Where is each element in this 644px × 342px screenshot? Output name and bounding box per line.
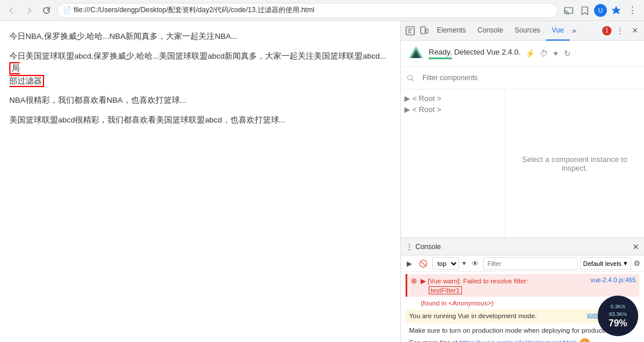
vue-logo xyxy=(408,45,424,62)
console-toolbar: ▶ 🚫 top ▼ 👁 Default levels ▼ ⚙ xyxy=(401,255,644,272)
filter-components-input[interactable] xyxy=(418,70,638,85)
vue-refresh-icon[interactable]: ↻ xyxy=(564,49,571,58)
error-text-line1: ▶ [Vue warn]: Failed to resolve filter: xyxy=(421,276,587,286)
url-text: file:///C:/Users/dengp/Desktop/配套资料/day2… xyxy=(74,5,314,15)
console-warning-subtext2: See more tips at https://vuejs.org/guide… xyxy=(406,337,639,342)
error-content: ▶ [Vue warn]: Failed to resolve filter: … xyxy=(421,276,587,294)
vue-devtools: Ready. Detected Vue 2.4.0. ⚡ ⏱ ✦ ↻ xyxy=(401,41,644,237)
console-gear-btn[interactable]: ⚙ xyxy=(634,259,641,268)
highlight-box: 局部过滤器 xyxy=(9,62,44,87)
main-area: 今日NBA,保罗换威少,哈哈...NBA新闻真多，大家一起关注NBA... 今日… xyxy=(0,21,644,342)
download-speed: 0.3K/s xyxy=(609,303,627,311)
tab-elements[interactable]: Elements xyxy=(431,21,472,41)
tab-console[interactable]: Console xyxy=(472,21,509,41)
svg-point-7 xyxy=(408,75,413,80)
svg-rect-3 xyxy=(421,27,425,34)
devtools-device-icon[interactable] xyxy=(417,24,431,38)
warning-content: You are running Vue in development mode. xyxy=(409,311,584,321)
console-default-levels[interactable]: Default levels ▼ xyxy=(580,257,631,270)
devtools-panel: Elements Console Sources Vue » 1 ⋮ ✕ xyxy=(400,21,644,342)
devtools-right-icons: 1 ⋮ ✕ xyxy=(602,24,642,38)
url-bar[interactable]: 📄 file:///C:/Users/dengp/Desktop/配套资料/da… xyxy=(57,3,558,18)
default-levels-label: Default levels xyxy=(583,260,621,267)
console-close-btn[interactable]: ✕ xyxy=(632,242,639,251)
vue-ready-container: Ready. Detected Vue 2.4.0. xyxy=(429,48,520,59)
vue-history-icon[interactable]: ⏱ xyxy=(540,49,548,58)
upload-speed: 83.3K/s xyxy=(609,311,627,318)
vue-header-icons: ⚡ ⏱ ✦ ↻ xyxy=(525,49,571,58)
console-header: ⋮ Console ✕ xyxy=(401,238,644,255)
cast-button[interactable] xyxy=(562,3,576,17)
paragraph-3: NBA很精彩，我们都喜欢看NBA，也喜欢打篮球... xyxy=(9,94,391,107)
vue-person-icon[interactable]: ⚡ xyxy=(525,49,535,58)
console-title: Console xyxy=(415,243,630,251)
tab-sources[interactable]: Sources xyxy=(509,21,546,41)
vue-detail-panel: Select a component instance to inspect. xyxy=(505,89,644,237)
back-button[interactable] xyxy=(5,3,19,17)
network-indicator: 0.3K/s 83.3K/s 79% xyxy=(598,296,638,336)
console-eye-btn[interactable]: 👁 xyxy=(469,258,481,269)
vue-tree-item-2[interactable]: ▶ < Root > xyxy=(404,104,501,115)
select-hint-text: Select a component instance to inspect. xyxy=(522,155,627,172)
error-link[interactable]: vue-2.4.0.js:465 xyxy=(591,276,636,283)
tab-more[interactable]: » xyxy=(570,21,578,41)
devtools-inspect-icon[interactable] xyxy=(403,24,417,38)
warning-icon: ⚠ xyxy=(580,338,590,342)
tab-vue[interactable]: Vue xyxy=(546,21,570,41)
console-error-entry: ⊗ ▶ [Vue warn]: Failed to resolve filter… xyxy=(406,274,639,297)
deployment-link[interactable]: https://vuejs.org/guide/deployment.html xyxy=(460,339,576,342)
svg-marker-1 xyxy=(612,6,620,14)
reload-button[interactable] xyxy=(39,3,53,17)
forward-button[interactable] xyxy=(22,3,36,17)
error-text-line2: testFilter1 xyxy=(429,286,587,294)
console-drag-icon: ⋮ xyxy=(406,242,413,251)
vue-tree-item-1[interactable]: ▶ < Root > xyxy=(404,93,501,104)
console-block-btn[interactable]: 🚫 xyxy=(417,258,430,269)
svg-line-8 xyxy=(412,79,414,81)
vue-ready-text: Ready. Detected Vue 2.4.0. xyxy=(429,48,520,56)
menu-button[interactable]: ⋮ xyxy=(625,3,639,17)
paragraph-2: 今日美国篮球联盟abcd,保罗换威少,哈哈...美国篮球联盟abcd新闻真多，大… xyxy=(9,50,391,88)
search-icon xyxy=(407,74,414,82)
network-speed-text: 0.3K/s 83.3K/s xyxy=(609,303,627,318)
console-filter-input[interactable] xyxy=(483,257,578,270)
console-context-select[interactable]: top xyxy=(432,257,459,270)
console-execute-btn[interactable]: ▶ xyxy=(404,258,414,269)
vue-filter xyxy=(401,67,644,89)
bookmark-button[interactable] xyxy=(578,3,592,17)
svg-rect-4 xyxy=(426,29,428,33)
vue-settings-icon[interactable]: ✦ xyxy=(552,49,559,58)
file-icon: 📄 xyxy=(63,6,71,14)
vue-header: Ready. Detected Vue 2.4.0. ⚡ ⏱ ✦ ↻ xyxy=(401,41,644,67)
devtools-settings-btn[interactable]: ⋮ xyxy=(613,24,627,38)
vue-green-bar xyxy=(429,57,452,59)
paragraph-1: 今日NBA,保罗换威少,哈哈...NBA新闻真多，大家一起关注NBA... xyxy=(9,30,391,43)
console-dropdown-arrow: ▼ xyxy=(461,260,467,267)
paragraph-4: 美国篮球联盟abcd很精彩，我们都喜欢看美国篮球联盟abcd，也喜欢打篮球... xyxy=(9,114,391,127)
vue-tree-area: ▶ < Root > ▶ < Root > Select a component… xyxy=(401,89,644,237)
page-content: 今日NBA,保罗换威少,哈哈...NBA新闻真多，大家一起关注NBA... 今日… xyxy=(0,21,400,342)
error-icon: ⊗ xyxy=(411,276,417,285)
error-badge: 1 xyxy=(602,26,612,35)
devtools-close-btn[interactable]: ✕ xyxy=(628,24,642,38)
browser-toolbar: 📄 file:///C:/Users/dengp/Desktop/配套资料/da… xyxy=(0,0,644,21)
vue-tree-panel: ▶ < Root > ▶ < Root > xyxy=(401,89,505,237)
profile-icon[interactable]: U xyxy=(594,4,607,17)
cpu-percent: 79% xyxy=(609,318,627,329)
extension-icon[interactable] xyxy=(609,3,623,17)
devtools-tabs: Elements Console Sources Vue » 1 ⋮ ✕ xyxy=(401,21,644,41)
error-filter-box: testFilter1 xyxy=(429,286,462,294)
toolbar-icons: U ⋮ xyxy=(562,3,639,17)
